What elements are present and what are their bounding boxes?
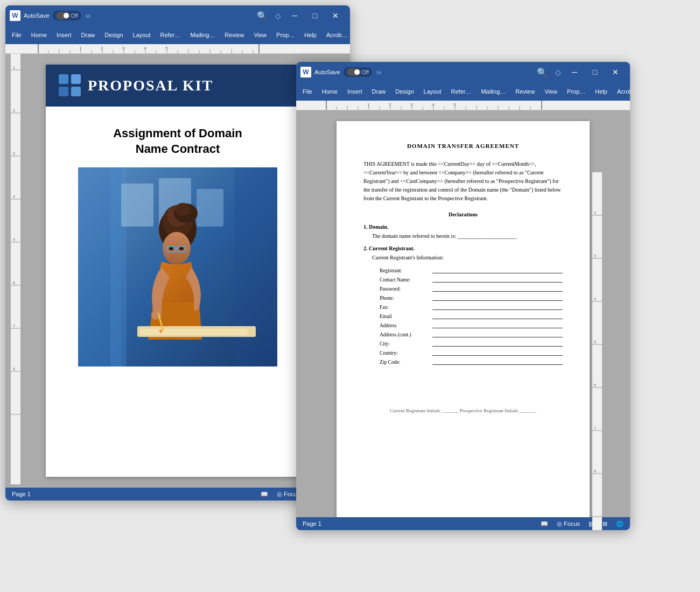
section2-text: Current Registrant's Information: [372,255,563,260]
close-button-1[interactable]: ✕ [325,5,346,26]
ribbon-tab-acrobat-2[interactable]: Acrob… [613,86,630,97]
registrant-fields: Registrant: Contact Name: Password: Phon… [363,266,563,365]
doc-area-2: 2 3 4 5 6 7 8 DOMAIN TRANSFER AGREEMENT … [296,110,630,517]
ribbon-tab-prop-2[interactable]: Prop… [563,86,590,97]
search-icon-2[interactable]: 🔍 [533,67,552,77]
focus-icon-2[interactable]: ◎ Focus [557,520,580,527]
minimize-button-1[interactable]: ─ [284,5,305,26]
ribbon-tab-layout-2[interactable]: Layout [419,86,446,97]
field-line-email [432,312,563,319]
field-line-password [432,284,563,292]
autosave-toggle-1[interactable]: Off [53,11,81,20]
svg-text:1: 1 [79,46,82,51]
window-controls-2: ─ □ ✕ [564,62,626,82]
doc-footer-2: Current Registrant Initials _______ Pros… [363,408,563,413]
svg-rect-70 [541,101,542,110]
doc-main-title: Assignment of Domain Name Contract [62,126,293,157]
ribbon-tab-acrobat-1[interactable]: Acrob… [322,30,350,40]
field-row-registrant: Registrant: [380,266,563,273]
svg-point-63 [179,247,184,250]
ribbon-tab-review-2[interactable]: Review [511,86,539,97]
cover-body: Assignment of Domain Name Contract [46,107,310,488]
ribbon-tab-file-1[interactable]: File [8,30,26,40]
svg-text:2: 2 [389,102,391,107]
pk-logo-icon [59,74,81,97]
svg-text:7: 7 [13,324,15,328]
svg-text:1: 1 [13,66,15,69]
maximize-button-2[interactable]: □ [585,62,605,82]
field-row-address: Address [380,321,563,328]
ribbon-tab-view-2[interactable]: View [540,86,562,97]
cover-header: Proposal Kit [46,65,310,107]
field-row-country: Country: [380,348,563,356]
svg-rect-65 [140,329,248,335]
search-icon-1[interactable]: 🔍 [253,11,272,21]
word-logo-2: W [300,67,311,77]
reader-icon-2[interactable]: 📖 [541,520,548,527]
status-bar-2: Page 1 📖 ◎ Focus ▤ ⊞ 🌐 [296,517,630,530]
page-label-2: Page 1 [303,520,321,527]
ribbon-tab-insert-1[interactable]: Insert [52,30,76,40]
ribbon-tab-review-1[interactable]: Review [220,30,248,40]
ribbon-tab-prop-1[interactable]: Prop… [272,30,299,40]
svg-text:5: 5 [13,238,15,242]
ribbon-tab-insert-2[interactable]: Insert [343,86,367,97]
section2-heading: 2. Current Registrant. [363,245,563,251]
svg-rect-68 [296,101,630,110]
declarations-heading: Declarations [363,212,563,217]
svg-text:4: 4 [13,195,15,199]
reader-icon-1[interactable]: 📖 [261,491,268,498]
doc-intro-para: THIS AGREEMENT is made this <<CurrentDay… [363,160,563,203]
diamond-icon-2: ◇ [555,68,561,76]
field-line-address [432,321,563,328]
ribbon-tab-references-1[interactable]: Refer… [156,30,185,40]
ribbon-2: File Home Insert Draw Design Layout Refe… [296,82,630,101]
ribbon-tab-references-2[interactable]: Refer… [447,86,476,97]
page-2: DOMAIN TRANSFER AGREEMENT THIS AGREEMENT… [337,121,590,517]
section1-heading: 1. Domain. [363,224,563,230]
ribbon-tab-home-2[interactable]: Home [318,86,342,97]
field-row-zip: Zip Code: [380,357,563,365]
maximize-button-1[interactable]: □ [305,5,325,26]
window-controls-1: ─ □ ✕ [284,5,346,26]
svg-text:5: 5 [453,102,456,107]
svg-text:2: 2 [101,46,103,51]
ribbon-tab-design-1[interactable]: Design [100,30,127,40]
cover-illustration [78,167,277,367]
ruler-2: 1 2 3 4 5 [296,101,630,110]
ribbon-tab-design-2[interactable]: Design [391,86,418,97]
field-line-contact [432,275,563,283]
minimize-button-2[interactable]: ─ [564,62,585,82]
ribbon-tab-draw-2[interactable]: Draw [368,86,390,97]
ribbon-tab-home-1[interactable]: Home [27,30,51,40]
page-1: Proposal Kit Assignment of Domain Name C… [46,65,310,477]
web-icon-2[interactable]: 🌐 [616,520,624,527]
doc-main-title-2: DOMAIN TRANSFER AGREEMENT [363,143,563,149]
ribbon-tab-draw-1[interactable]: Draw [77,30,100,40]
ribbon-tab-help-1[interactable]: Help [300,30,321,40]
svg-point-57 [175,203,191,216]
field-line-address-cont [432,330,563,337]
cover-image [78,167,277,367]
ribbon-tab-layout-1[interactable]: Layout [129,30,155,40]
ribbon-tab-help-2[interactable]: Help [591,86,612,97]
print-icon-2[interactable]: ⊞ [603,520,607,527]
ribbon-1: File Home Insert Draw Design Layout Refe… [5,26,350,44]
svg-text:6: 6 [13,281,15,285]
field-line-phone [432,293,563,301]
doc-content-2: DOMAIN TRANSFER AGREEMENT THIS AGREEMENT… [337,121,590,435]
ribbon-tab-view-1[interactable]: View [249,30,271,40]
ribbon-tab-mailings-1[interactable]: Mailing… [186,30,219,40]
autosave-label-2: AutoSave [314,69,340,75]
ruler-svg-1: 1 2 3 4 5 [5,44,350,53]
ribbon-tab-mailings-2[interactable]: Mailing… [477,86,510,97]
left-ruler-2: 2 3 4 5 6 7 8 [592,172,602,517]
section1-text: The domain name referred to herein is: _… [372,233,563,239]
field-row-fax: Fax: [380,302,563,310]
ribbon-tab-file-2[interactable]: File [298,86,317,97]
close-button-2[interactable]: ✕ [605,62,626,82]
ruler-svg-2: 1 2 3 4 5 [296,101,630,110]
svg-point-62 [169,247,173,250]
autosave-toggle-2[interactable]: Off [344,67,372,77]
svg-text:5: 5 [594,340,596,344]
